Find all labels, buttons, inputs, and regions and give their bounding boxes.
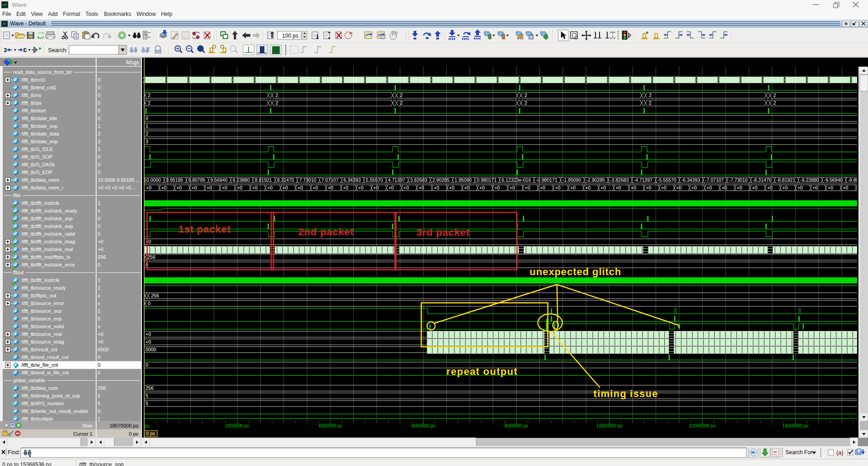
svg-text:0: 0 [98, 316, 101, 321]
svg-text:/tfft_tb/end_w_file_cnt: /tfft_tb/end_w_file_cnt [21, 370, 69, 375]
svg-text:+0: +0 [828, 185, 833, 190]
svg-text:+0: +0 [813, 185, 818, 190]
svg-text:/tfft_tb/S_DATA: /tfft_tb/S_DATA [21, 162, 55, 167]
svg-text:timing issue: timing issue [594, 388, 658, 399]
svg-text:+0: +0 [146, 339, 151, 345]
svg-text:/tfft_tb/w_file_cnt: /tfft_tb/w_file_cnt [21, 362, 58, 368]
svg-text:0: 0 [98, 154, 101, 160]
svg-text:+0: +0 [464, 185, 469, 190]
svg-text:1: 1 [98, 308, 101, 314]
svg-text:+0: +0 [388, 185, 394, 190]
svg-text:-0.980171: -0.980171 [536, 177, 557, 183]
svg-text:256: 256 [146, 385, 154, 391]
svg-text:9.56940: 9.56940 [210, 177, 228, 183]
svg-text:0: 0 [98, 85, 101, 90]
svg-text:5: 5 [98, 393, 101, 398]
svg-text:+0: +0 [373, 185, 379, 190]
svg-text:7.07107: 7.07107 [322, 177, 339, 183]
svg-text:0: 0 [98, 370, 101, 375]
svg-text:+0: +0 [176, 185, 182, 190]
svg-text:5: 5 [98, 401, 101, 406]
svg-text:Bookmarks: Bookmarks [104, 11, 131, 17]
svg-text:+0: +0 [297, 185, 303, 190]
svg-text:4000000 ps: 4000000 ps [318, 423, 342, 428]
svg-text:2: 2 [148, 100, 151, 106]
svg-text:/tfft_tb/end_cnt1: /tfft_tb/end_cnt1 [21, 85, 56, 90]
svg-text:/tfft_tb/tfft_inst/sink_ready: /tfft_tb/tfft_inst/sink_ready [21, 208, 77, 214]
svg-text:2: 2 [98, 131, 101, 136]
svg-text:/tfft_tb/S_IDLE: /tfft_tb/S_IDLE [21, 146, 53, 152]
svg-text:5: 5 [146, 401, 148, 406]
svg-text:4.71397: 4.71397 [388, 177, 405, 183]
svg-text:+0: +0 [191, 185, 197, 190]
svg-text:+0: +0 [631, 185, 636, 190]
svg-text:1.95090: 1.95090 [454, 177, 472, 183]
svg-text:+0: +0 [752, 185, 757, 190]
svg-text:/tfft_tb/IPG_number: /tfft_tb/IPG_number [21, 401, 64, 406]
svg-text:/tfft_tb/tfft_inst/sink_imag: /tfft_tb/tfft_inst/sink_imag [21, 239, 75, 244]
svg-text:+0: +0 [146, 185, 151, 190]
svg-text:0 ps: 0 ps [129, 431, 138, 437]
svg-text:0: 0 [98, 116, 101, 121]
svg-text:/tfft_tb/S_EOP: /tfft_tb/S_EOP [21, 170, 53, 175]
svg-text:Help: Help [161, 11, 172, 17]
svg-text:1: 1 [98, 146, 101, 152]
svg-text:/tfft_tb/S_SOP: /tfft_tb/S_SOP [21, 154, 53, 160]
svg-text:fftin: fftin [13, 193, 21, 198]
svg-text:8000000 ps: 8000000 ps [504, 423, 528, 428]
svg-text:+0: +0 [419, 185, 424, 190]
svg-text:+0: +0 [146, 239, 151, 244]
svg-text:+0: +0 [328, 185, 333, 190]
svg-text:2: 2 [148, 92, 151, 98]
svg-text:+0: +0 [540, 185, 545, 190]
svg-text:256: 256 [147, 254, 156, 260]
svg-text:/tfft_tb/tfft_inst/sink_valid: /tfft_tb/tfft_inst/sink_valid [21, 231, 75, 237]
svg-text:3: 3 [4, 47, 7, 53]
svg-text:-7.07107: -7.07107 [705, 177, 724, 183]
svg-text:12000000 ps: 12000000 ps [689, 423, 716, 428]
svg-text:global_variable: global_variable [13, 378, 45, 383]
svg-text:256: 256 [98, 254, 106, 260]
svg-text:+0: +0 [207, 185, 212, 190]
svg-text:8.81921: 8.81921 [255, 177, 272, 183]
svg-text:/tfft_tb/source_imag: /tfft_tb/source_imag [21, 339, 64, 345]
svg-text:0: 0 [98, 92, 101, 98]
svg-text:Now: Now [83, 423, 93, 428]
svg-text:x: x [98, 324, 101, 329]
svg-text:/tfft_tb/result_cnt: /tfft_tb/result_cnt [21, 347, 58, 352]
svg-text:0: 0 [98, 77, 101, 83]
svg-text:+0: +0 [312, 185, 318, 190]
svg-text:0: 0 [146, 116, 148, 121]
svg-text:+0 +0 +0 +0 +0...: +0 +0 +0 +0 +0... [98, 185, 136, 190]
svg-text:3: 3 [146, 139, 148, 144]
svg-text:5: 5 [146, 393, 148, 398]
svg-text:+0: +0 [358, 185, 364, 190]
svg-text:/tfft_tb/multiple: /tfft_tb/multiple [21, 416, 53, 421]
svg-text:2: 2 [524, 100, 527, 106]
svg-text:1: 1 [146, 123, 148, 129]
svg-text:9.95185: 9.95185 [166, 177, 183, 183]
svg-text:3.82683: 3.82683 [410, 177, 427, 183]
svg-text:fftout: fftout [13, 270, 24, 275]
svg-text:1: 1 [98, 200, 101, 206]
svg-text:+0: +0 [283, 185, 288, 190]
svg-text:-8.31470: -8.31470 [753, 177, 772, 183]
svg-text:1: 1 [98, 123, 101, 129]
svg-text:9.80785: 9.80785 [188, 177, 205, 183]
svg-text:2: 2 [773, 92, 776, 98]
svg-text:+0: +0 [600, 185, 606, 190]
svg-text:+0: +0 [555, 185, 561, 190]
svg-text:/tfft_tb/source_valid: /tfft_tb/source_valid [21, 324, 63, 329]
svg-text:Cursor 1: Cursor 1 [73, 431, 93, 437]
svg-text:-9.56940: -9.56940 [824, 177, 843, 183]
svg-text:0: 0 [98, 216, 101, 221]
svg-text:-8.81921: -8.81921 [776, 177, 795, 183]
svg-text:256: 256 [98, 385, 106, 391]
svg-text:0: 0 [98, 408, 101, 414]
svg-text:+0: +0 [510, 185, 515, 190]
svg-text:2: 2 [649, 92, 652, 98]
svg-text:2: 2 [773, 100, 776, 106]
svg-text:+0: +0 [722, 185, 727, 190]
svg-text:/tfft_tb/data_mem: /tfft_tb/data_mem [21, 177, 59, 183]
svg-text:Search For: Search For [785, 449, 812, 456]
